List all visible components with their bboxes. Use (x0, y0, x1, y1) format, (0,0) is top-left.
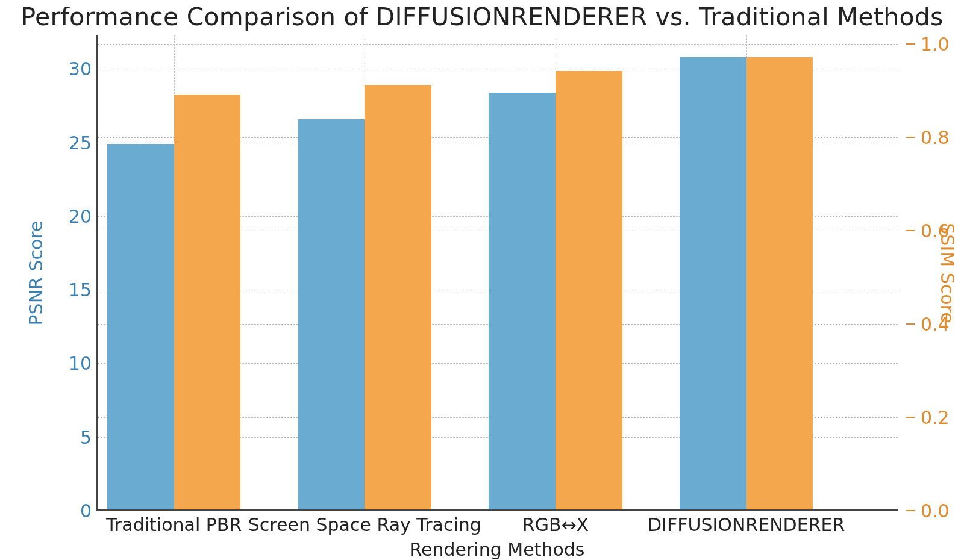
y-right-tick-mark (906, 417, 915, 418)
y-left-tick-label: 20 (61, 205, 92, 226)
y-right-tick-mark (906, 137, 915, 138)
psnr-bar (489, 93, 556, 509)
x-tick-label: Screen Space Ray Tracing (248, 514, 481, 535)
grid-line (98, 44, 898, 45)
x-axis-label: Rendering Methods (96, 539, 898, 560)
psnr-bar (680, 57, 746, 509)
y-left-tick-label: 0 (61, 500, 92, 521)
y-axis-left-label: PSNR Score (24, 35, 48, 511)
y-left-tick-label: 15 (61, 279, 92, 300)
chart-container: Performance Comparison of DIFFUSIONRENDE… (0, 0, 964, 560)
y-right-tick-mark (906, 323, 915, 325)
ssim-bar (746, 57, 813, 509)
y-right-tick-mark (906, 230, 915, 231)
x-tick-label: RGB↔X (522, 514, 589, 535)
y-left-tick-label: 10 (61, 353, 92, 374)
psnr-bar (107, 144, 174, 509)
y-right-tick-mark (906, 510, 915, 511)
ssim-bar (556, 71, 622, 509)
ssim-bar (174, 95, 241, 509)
y-left-tick-label: 5 (61, 426, 92, 447)
ssim-bar (365, 85, 431, 509)
y-left-tick-label: 25 (61, 132, 92, 153)
x-tick-label: Traditional PBR (106, 514, 242, 535)
y-left-tick-label: 30 (61, 58, 92, 79)
chart-title: Performance Comparison of DIFFUSIONRENDE… (0, 2, 964, 31)
plot-area: 0510152025300.00.20.40.60.81.0Traditiona… (96, 35, 898, 511)
psnr-bar (298, 119, 365, 509)
y-right-tick-mark (906, 43, 915, 45)
y-axis-right-label: SSIM Score (935, 35, 959, 511)
x-tick-label: DIFFUSIONRENDERER (648, 514, 845, 535)
